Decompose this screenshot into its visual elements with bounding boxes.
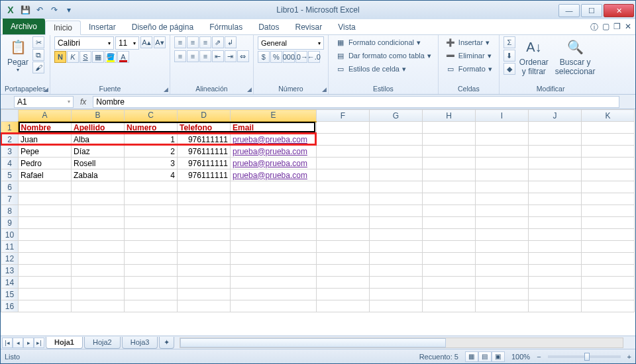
format-painter-icon[interactable]: 🖌 <box>32 62 44 73</box>
font-size-combo[interactable]: 11▾ <box>115 36 139 50</box>
sheet-nav-prev[interactable]: ◂ <box>13 338 23 348</box>
row-header-16[interactable]: 16 <box>1 300 19 312</box>
merge-icon[interactable]: ⇔ <box>237 50 249 62</box>
cell-E2[interactable]: prueba@prueba.com <box>231 134 317 146</box>
format-button[interactable]: ▭Formato ▾ <box>443 63 495 75</box>
sort-filter-button[interactable]: A↓ Ordenar y filtrar <box>517 36 551 77</box>
col-header-H[interactable]: H <box>423 110 476 122</box>
copy-icon[interactable]: ⧉ <box>32 49 44 61</box>
cell-E6[interactable] <box>231 181 317 193</box>
cell-H11[interactable] <box>423 241 476 253</box>
cell-E4[interactable]: prueba@prueba.com <box>231 158 317 169</box>
tab-insertar[interactable]: Insertar <box>81 20 124 34</box>
align-right-icon[interactable]: ≡ <box>199 50 211 62</box>
cell-E10[interactable] <box>231 229 317 241</box>
row-header-4[interactable]: 4 <box>1 158 19 169</box>
tab-formulas[interactable]: Fórmulas <box>201 20 250 34</box>
cell-A4[interactable]: Pedro <box>19 158 72 169</box>
cell-C11[interactable] <box>125 241 178 253</box>
restore-icon[interactable]: ❐ <box>613 22 621 33</box>
cell-D3[interactable]: 976111111 <box>178 146 231 158</box>
cell-K16[interactable] <box>582 300 635 312</box>
cell-C8[interactable] <box>125 205 178 217</box>
align-bottom-icon[interactable]: ≡ <box>199 36 211 48</box>
cell-K12[interactable] <box>582 253 635 265</box>
cell-F9[interactable] <box>317 217 370 229</box>
cell-K5[interactable] <box>582 169 635 181</box>
row-header-7[interactable]: 7 <box>1 193 19 205</box>
close-button[interactable]: ✕ <box>604 4 634 17</box>
inc-decimal-icon[interactable]: .0→ <box>295 51 307 63</box>
cell-G16[interactable] <box>370 300 423 312</box>
align-top-icon[interactable]: ≡ <box>174 36 186 48</box>
autosum-icon[interactable]: Σ <box>504 36 515 48</box>
cell-K15[interactable] <box>582 289 635 300</box>
cell-B2[interactable]: Alba <box>72 134 125 146</box>
cell-I8[interactable] <box>476 205 529 217</box>
cell-K3[interactable] <box>582 146 635 158</box>
zoom-in-icon[interactable]: + <box>627 353 631 361</box>
cell-D4[interactable]: 976111111 <box>178 158 231 169</box>
row-header-1[interactable]: 1 <box>1 122 19 134</box>
wrap-text-icon[interactable]: ↲ <box>225 36 237 48</box>
tab-datos[interactable]: Datos <box>250 20 287 34</box>
comma-icon[interactable]: 000 <box>283 51 295 63</box>
cell-G3[interactable] <box>370 146 423 158</box>
col-header-A[interactable]: A <box>19 110 72 122</box>
cell-J6[interactable] <box>529 181 582 193</box>
cell-I2[interactable] <box>476 134 529 146</box>
cell-G1[interactable] <box>370 122 423 134</box>
cell-C12[interactable] <box>125 253 178 265</box>
font-name-combo[interactable]: Calibri▾ <box>54 36 114 50</box>
maximize-button[interactable]: ☐ <box>581 4 602 17</box>
cell-A13[interactable] <box>19 265 72 277</box>
align-left-icon[interactable]: ≡ <box>174 50 186 62</box>
row-header-2[interactable]: 2 <box>1 134 19 146</box>
cell-I11[interactable] <box>476 241 529 253</box>
cell-I1[interactable] <box>476 122 529 134</box>
ribbon-minimize-icon[interactable]: ▢ <box>602 22 610 33</box>
cell-B15[interactable] <box>72 289 125 300</box>
cell-A1[interactable]: Nombre <box>19 122 72 134</box>
tab-file[interactable]: Archivo <box>3 19 45 34</box>
cell-A11[interactable] <box>19 241 72 253</box>
cell-G14[interactable] <box>370 277 423 289</box>
cell-G5[interactable] <box>370 169 423 181</box>
cell-A7[interactable] <box>19 193 72 205</box>
format-as-table-button[interactable]: ▤Dar formato como tabla ▾ <box>333 50 434 62</box>
save-icon[interactable]: 💾 <box>19 4 31 16</box>
underline-button[interactable]: S <box>80 51 91 63</box>
close-doc-icon[interactable]: ✕ <box>625 22 631 33</box>
dec-decimal-icon[interactable]: ←.0 <box>308 51 320 63</box>
cell-G10[interactable] <box>370 229 423 241</box>
col-header-J[interactable]: J <box>529 110 582 122</box>
zoom-slider[interactable] <box>548 355 621 358</box>
fx-icon[interactable]: fx <box>80 97 86 107</box>
cell-E9[interactable] <box>231 217 317 229</box>
cell-K2[interactable] <box>582 134 635 146</box>
cell-C14[interactable] <box>125 277 178 289</box>
cell-A10[interactable] <box>19 229 72 241</box>
tab-vista[interactable]: Vista <box>330 20 363 34</box>
cell-B8[interactable] <box>72 205 125 217</box>
cell-I15[interactable] <box>476 289 529 300</box>
cell-E14[interactable] <box>231 277 317 289</box>
cell-styles-button[interactable]: ▭Estilos de celda ▾ <box>333 63 409 75</box>
cell-F4[interactable] <box>317 158 370 169</box>
cell-F14[interactable] <box>317 277 370 289</box>
cell-D10[interactable] <box>178 229 231 241</box>
cell-C9[interactable] <box>125 217 178 229</box>
cell-A2[interactable]: Juan <box>19 134 72 146</box>
cell-B4[interactable]: Rosell <box>72 158 125 169</box>
cell-K11[interactable] <box>582 241 635 253</box>
cell-B12[interactable] <box>72 253 125 265</box>
cell-E1[interactable]: Email <box>231 122 317 134</box>
insert-button[interactable]: ➕Insertar ▾ <box>443 36 492 48</box>
cell-H2[interactable] <box>423 134 476 146</box>
grow-font-icon[interactable]: A▴ <box>140 36 152 48</box>
cell-H12[interactable] <box>423 253 476 265</box>
cell-H15[interactable] <box>423 289 476 300</box>
col-header-E[interactable]: E <box>231 110 317 122</box>
cell-B16[interactable] <box>72 300 125 312</box>
minimize-button[interactable]: — <box>558 4 580 17</box>
